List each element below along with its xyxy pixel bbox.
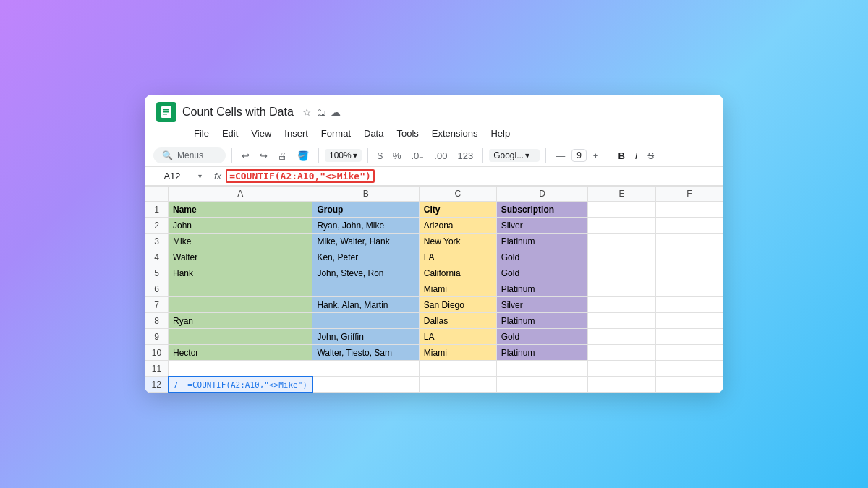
cell-e12[interactable] (588, 377, 655, 393)
cell-c9[interactable]: LA (419, 329, 496, 345)
menu-extensions[interactable]: Extensions (426, 127, 484, 140)
cell-c8[interactable]: Dallas (419, 313, 496, 329)
cell-e4[interactable] (588, 249, 655, 265)
col-header-d[interactable]: D (496, 187, 588, 202)
font-size-increase-button[interactable]: + (590, 149, 603, 163)
font-selector[interactable]: Googl... ▾ (489, 149, 540, 162)
cell-ref-dropdown[interactable]: ▾ (198, 172, 202, 180)
cell-d3[interactable]: Platinum (496, 234, 588, 249)
cell-e2[interactable] (588, 218, 655, 234)
menu-insert[interactable]: Insert (278, 127, 314, 140)
number-format-button[interactable]: 123 (454, 149, 477, 163)
cloud-icon[interactable]: ☁ (331, 106, 341, 118)
menu-tools[interactable]: Tools (391, 127, 424, 140)
cell-f9[interactable] (655, 329, 723, 345)
cell-f1[interactable] (655, 202, 723, 218)
cell-e11[interactable] (588, 361, 655, 377)
menu-edit[interactable]: Edit (216, 127, 244, 140)
cell-d7[interactable]: Silver (496, 297, 588, 313)
cell-e6[interactable] (588, 281, 655, 297)
cell-b5[interactable]: John, Steve, Ron (312, 265, 419, 281)
cell-a6[interactable] (169, 281, 312, 297)
currency-button[interactable]: $ (374, 149, 386, 163)
italic-button[interactable]: I (631, 149, 642, 163)
cell-e3[interactable] (588, 234, 655, 249)
cell-c2[interactable]: Arizona (419, 218, 496, 234)
cell-b12[interactable] (312, 377, 419, 393)
cell-c12[interactable] (419, 377, 496, 393)
print-button[interactable]: 🖨 (274, 149, 291, 163)
menu-format[interactable]: Format (315, 127, 357, 140)
cell-c7[interactable]: San Diego (419, 297, 496, 313)
cell-a8[interactable]: Ryan (169, 313, 312, 329)
cell-d12[interactable] (496, 377, 588, 393)
undo-button[interactable]: ↩ (238, 149, 253, 163)
cell-b6[interactable] (312, 281, 419, 297)
cell-c1[interactable]: City (419, 202, 496, 218)
cell-c5[interactable]: California (419, 265, 496, 281)
bold-button[interactable]: B (614, 149, 628, 163)
col-header-f[interactable]: F (655, 187, 723, 202)
cell-f7[interactable] (655, 297, 723, 313)
redo-button[interactable]: ↪ (256, 149, 271, 163)
menu-file[interactable]: File (188, 127, 215, 140)
cell-d11[interactable] (496, 361, 588, 377)
cell-c11[interactable] (419, 361, 496, 377)
cell-f12[interactable] (655, 377, 723, 393)
menu-help[interactable]: Help (485, 127, 516, 140)
decimal-decrease-button[interactable]: .0₋ (408, 149, 428, 163)
cell-d6[interactable]: Platinum (496, 281, 588, 297)
cell-f3[interactable] (655, 234, 723, 249)
cell-d5[interactable]: Gold (496, 265, 588, 281)
cell-a2[interactable]: John (169, 218, 312, 234)
cell-e7[interactable] (588, 297, 655, 313)
star-icon[interactable]: ☆ (302, 106, 312, 118)
formula-display[interactable]: =COUNTIF(A2:A10,"<>Mike") (226, 169, 718, 183)
folder-icon[interactable]: 🗂 (316, 106, 326, 118)
col-header-c[interactable]: C (419, 187, 496, 202)
cell-e1[interactable] (588, 202, 655, 218)
cell-b4[interactable]: Ken, Peter (312, 249, 419, 265)
zoom-selector[interactable]: 100% ▾ (325, 149, 362, 162)
cell-d9[interactable]: Gold (496, 329, 588, 345)
col-header-a[interactable]: A (169, 187, 312, 202)
cell-d8[interactable]: Platinum (496, 313, 588, 329)
cell-d1[interactable]: Subscription (496, 202, 588, 218)
cell-e10[interactable] (588, 345, 655, 361)
cell-f6[interactable] (655, 281, 723, 297)
cell-b8[interactable] (312, 313, 419, 329)
cell-b11[interactable] (312, 361, 419, 377)
menus-search[interactable]: 🔍 Menus (153, 147, 226, 163)
cell-a12-active[interactable]: 7 =COUNTIF(A2:A10,"<>Mike") (169, 377, 312, 393)
format-paint-button[interactable]: 🪣 (294, 149, 312, 163)
col-header-b[interactable]: B (312, 187, 419, 202)
cell-c4[interactable]: LA (419, 249, 496, 265)
cell-reference-input[interactable]: A12 (150, 171, 194, 181)
cell-f10[interactable] (655, 345, 723, 361)
cell-b2[interactable]: Ryan, John, Mike (312, 218, 419, 234)
col-header-e[interactable]: E (588, 187, 655, 202)
cell-e5[interactable] (588, 265, 655, 281)
font-size-selector[interactable]: 9 (571, 149, 587, 162)
cell-d4[interactable]: Gold (496, 249, 588, 265)
cell-c3[interactable]: New York (419, 234, 496, 249)
cell-b9[interactable]: John, Griffin (312, 329, 419, 345)
cell-d10[interactable]: Platinum (496, 345, 588, 361)
cell-f4[interactable] (655, 249, 723, 265)
cell-d2[interactable]: Silver (496, 218, 588, 234)
cell-a4[interactable]: Walter (169, 249, 312, 265)
font-size-decrease-button[interactable]: — (552, 149, 569, 163)
strikethrough-button[interactable]: S (644, 149, 658, 163)
cell-a1[interactable]: Name (169, 202, 312, 218)
cell-a11[interactable] (169, 361, 312, 377)
cell-e8[interactable] (588, 313, 655, 329)
cell-a7[interactable] (169, 297, 312, 313)
cell-b3[interactable]: Mike, Walter, Hank (312, 234, 419, 249)
cell-c10[interactable]: Miami (419, 345, 496, 361)
cell-b10[interactable]: Walter, Tiesto, Sam (312, 345, 419, 361)
cell-f2[interactable] (655, 218, 723, 234)
decimal-increase-button[interactable]: .00 (430, 149, 451, 163)
menu-data[interactable]: Data (358, 127, 389, 140)
cell-f8[interactable] (655, 313, 723, 329)
cell-a5[interactable]: Hank (169, 265, 312, 281)
